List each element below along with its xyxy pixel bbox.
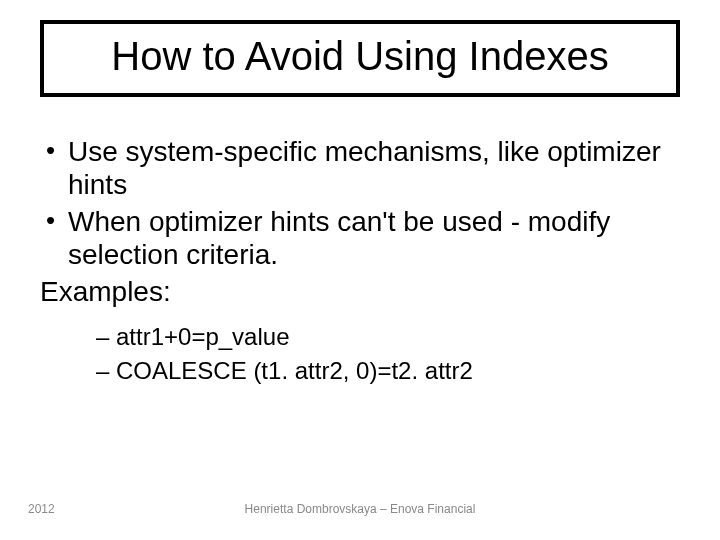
slide: How to Avoid Using Indexes Use system-sp… (0, 0, 720, 540)
bullet-item: Use system-specific mechanisms, like opt… (40, 135, 680, 201)
examples-label: Examples: (40, 275, 680, 308)
example-item: attr1+0=p_value (96, 322, 680, 352)
title-box: How to Avoid Using Indexes (40, 20, 680, 97)
example-item: COALESCE (t1. attr2, 0)=t2. attr2 (96, 356, 680, 386)
slide-body: Use system-specific mechanisms, like opt… (40, 135, 680, 390)
bullet-item: When optimizer hints can't be used - mod… (40, 205, 680, 271)
examples-list: attr1+0=p_value COALESCE (t1. attr2, 0)=… (40, 322, 680, 386)
bullet-list: Use system-specific mechanisms, like opt… (40, 135, 680, 271)
slide-title: How to Avoid Using Indexes (62, 34, 658, 79)
footer-credit: Henrietta Dombrovskaya – Enova Financial (0, 502, 720, 516)
